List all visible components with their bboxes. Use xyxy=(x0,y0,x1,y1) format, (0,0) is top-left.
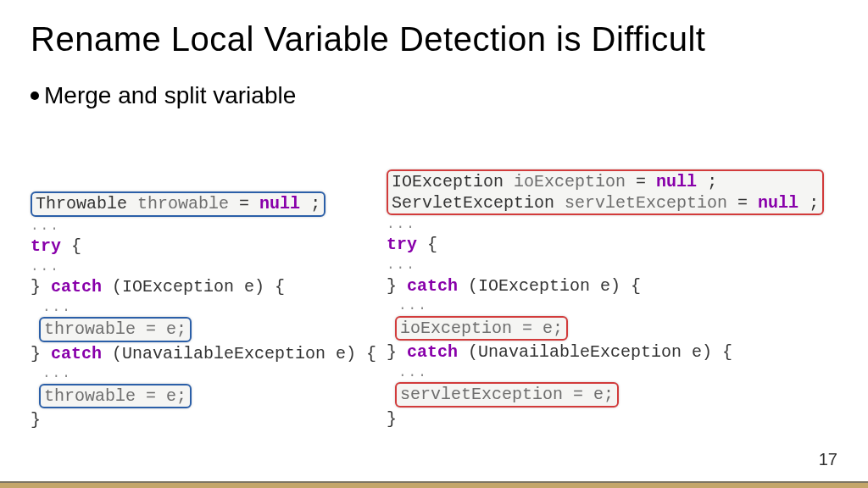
code-catch-args: (IOException e) { xyxy=(102,277,285,297)
code-type: ServletException xyxy=(392,193,554,213)
footer-bar xyxy=(0,481,868,488)
slide-title: Rename Local Variable Detection is Diffi… xyxy=(31,20,837,58)
code-ident: servletException xyxy=(565,193,727,213)
page-number: 17 xyxy=(819,450,837,469)
code-keyword-catch: catch xyxy=(407,276,458,296)
bullet-icon xyxy=(31,92,39,100)
code-ellipsis: ... xyxy=(31,258,370,275)
highlight-box-red: servletException = e; xyxy=(395,382,619,408)
code-ident: throwable xyxy=(137,194,229,214)
code-ellipsis: ... xyxy=(31,299,370,316)
code-brace: } xyxy=(387,276,397,296)
highlight-box-blue: Throwable throwable = null ; xyxy=(31,191,326,217)
bullet-text: Merge and split variable xyxy=(44,82,296,109)
highlight-box-red: ioException = e; xyxy=(395,316,568,341)
code-keyword-catch: catch xyxy=(51,344,102,363)
code-brace: { xyxy=(61,236,81,256)
code-keyword-null: null xyxy=(758,193,798,213)
code-keyword-null: null xyxy=(656,172,697,191)
code-brace: } xyxy=(387,408,844,430)
code-keyword-catch: catch xyxy=(407,342,458,362)
code-catch-args: (UnavailableException e) { xyxy=(458,342,732,362)
bullet-item: Merge and split variable xyxy=(31,82,837,109)
code-semi: ; xyxy=(809,193,819,213)
code-keyword-catch: catch xyxy=(51,277,102,297)
code-brace: { xyxy=(417,235,437,254)
code-catch-args: (IOException e) { xyxy=(458,276,641,296)
code-brace: } xyxy=(387,342,397,362)
highlight-box-blue: throwable = e; xyxy=(39,317,192,342)
code-punct: = xyxy=(636,172,656,191)
code-right: IOException ioException = null ; Servlet… xyxy=(387,169,844,432)
code-semi: ; xyxy=(310,194,320,214)
highlight-box-blue: throwable = e; xyxy=(39,384,192,409)
code-left: Throwable throwable = null ; ... try { .… xyxy=(31,191,370,432)
highlight-box-red: IOException ioException = null ; Servlet… xyxy=(387,169,824,215)
code-keyword-null: null xyxy=(259,194,300,214)
code-type: Throwable xyxy=(36,194,127,214)
code-ellipsis: ... xyxy=(387,364,844,381)
code-ellipsis: ... xyxy=(387,297,844,314)
code-columns: Throwable throwable = null ; ... try { .… xyxy=(31,169,837,432)
code-ellipsis: ... xyxy=(387,216,844,233)
code-ident: ioException xyxy=(514,172,626,191)
code-keyword-try: try xyxy=(387,235,417,254)
code-type: IOException xyxy=(392,172,504,191)
code-brace: } xyxy=(31,344,41,363)
code-punct: = xyxy=(239,194,259,214)
code-semi: ; xyxy=(707,172,717,191)
code-catch-args: (UnavailableException e) { xyxy=(102,344,376,363)
code-brace: } xyxy=(31,409,370,431)
code-brace: } xyxy=(31,277,41,297)
slide: Rename Local Variable Detection is Diffi… xyxy=(0,0,868,488)
code-punct: = xyxy=(737,193,758,213)
code-ellipsis: ... xyxy=(387,257,844,274)
code-keyword-try: try xyxy=(31,236,61,256)
code-ellipsis: ... xyxy=(31,218,370,235)
code-ellipsis: ... xyxy=(31,365,370,382)
